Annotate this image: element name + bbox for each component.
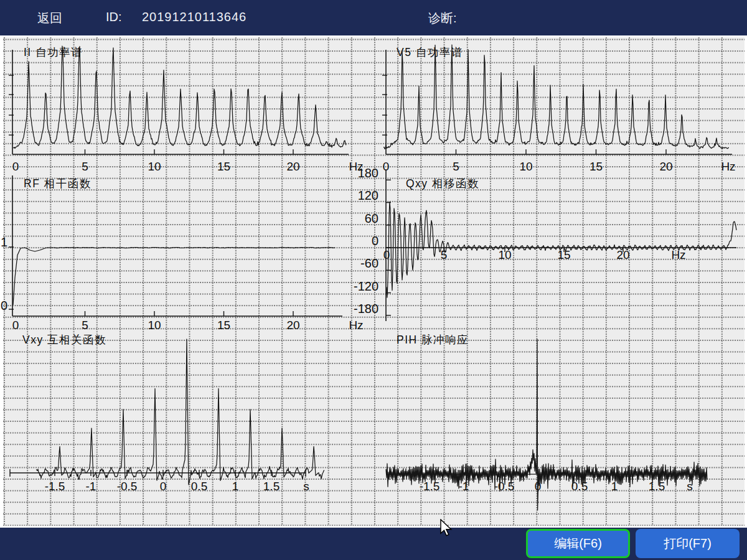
bottom-bar: 编辑(F6) 打印(F7): [0, 528, 747, 560]
x-tick-label: 10: [519, 160, 532, 173]
x-tick-label: 0: [12, 319, 19, 332]
x-tick-label: 5: [453, 160, 459, 173]
x-tick-label: 10: [498, 248, 511, 261]
x-tick-label: 0: [160, 480, 167, 493]
x-tick-label: 1: [232, 480, 239, 493]
diagnosis-label: 诊断:: [428, 10, 457, 27]
x-tick-label: 20: [286, 319, 299, 332]
x-tick-label: -1: [459, 480, 469, 493]
x-tick-label: 15: [217, 160, 230, 173]
x-unit-label: s: [303, 480, 309, 493]
charts-canvas: 05101520Hz05101520Hz1005101520Hz18012060…: [0, 35, 747, 528]
x-tick-label: 10: [148, 319, 161, 332]
phase-tick-label: 120: [358, 189, 378, 202]
y-tick-label: 1: [1, 235, 7, 249]
phase-tick-label: -180: [354, 302, 378, 315]
ii-auto-power-spectrum-plot: 05101520Hz: [9, 46, 364, 173]
pih-impulse-response-plot: -1.5-1-0.500.511.5s: [386, 339, 707, 510]
rf-coherence-function-plot: 1005101520Hz: [1, 175, 364, 332]
rf-coherence-function-title: RF 相干函数: [24, 176, 92, 191]
x-tick-label: 1: [611, 480, 618, 493]
x-tick-label: 20: [659, 160, 672, 173]
top-bar: 返回 ID: 20191210113646 诊断:: [0, 0, 747, 35]
vxy-cross-correlation-plot: -1.5-1-0.500.511.5s: [10, 339, 324, 493]
y-tick-label: 0: [1, 299, 7, 312]
x-unit-label: Hz: [349, 319, 363, 332]
x-tick-label: 15: [590, 160, 603, 173]
x-tick-label: 0.5: [191, 480, 207, 493]
print-button[interactable]: 打印(F7): [636, 529, 740, 558]
x-tick-label: 1.5: [649, 480, 665, 493]
back-button[interactable]: 返回: [37, 10, 62, 27]
edit-button[interactable]: 编辑(F6): [526, 529, 630, 558]
x-tick-label: 15: [557, 248, 570, 261]
id-label: ID:: [106, 10, 122, 24]
plot-area: 05101520Hz05101520Hz1005101520Hz18012060…: [0, 35, 747, 528]
pih-impulse-response-title: PIH 脉冲响应: [397, 332, 469, 347]
id-value: 20191210113646: [142, 10, 247, 24]
x-tick-label: 5: [82, 160, 88, 173]
phase-tick-label: 60: [365, 212, 378, 225]
x-tick-label: 0: [12, 160, 19, 173]
phase-tick-label: 180: [358, 166, 378, 180]
x-tick-label: 5: [82, 319, 88, 332]
phase-tick-label: -60: [360, 256, 378, 270]
phase-tick-label: -120: [354, 279, 378, 293]
x-tick-label: 10: [148, 160, 161, 173]
x-tick-label: 15: [217, 319, 230, 332]
qxy-phase-shift-function-title: Qxy 相移函数: [406, 176, 479, 191]
mouse-cursor: [439, 519, 456, 538]
x-tick-label: -1.5: [45, 480, 65, 493]
x-unit-label: Hz: [721, 160, 735, 173]
ii-auto-power-spectrum-title: II 自功率谱: [24, 45, 83, 60]
x-tick-label: 1.5: [263, 480, 280, 493]
v5-auto-power-spectrum-plot: 05101520Hz: [382, 45, 736, 173]
x-tick-label: -0.5: [117, 480, 138, 493]
x-tick-label: 20: [286, 160, 299, 173]
x-tick-label: -1: [86, 480, 96, 493]
phase-tick-label: 0: [372, 234, 378, 248]
vxy-cross-correlation-title: Vxy 互相关函数: [22, 332, 106, 347]
v5-auto-power-spectrum-title: V5 自功率谱: [397, 45, 463, 60]
